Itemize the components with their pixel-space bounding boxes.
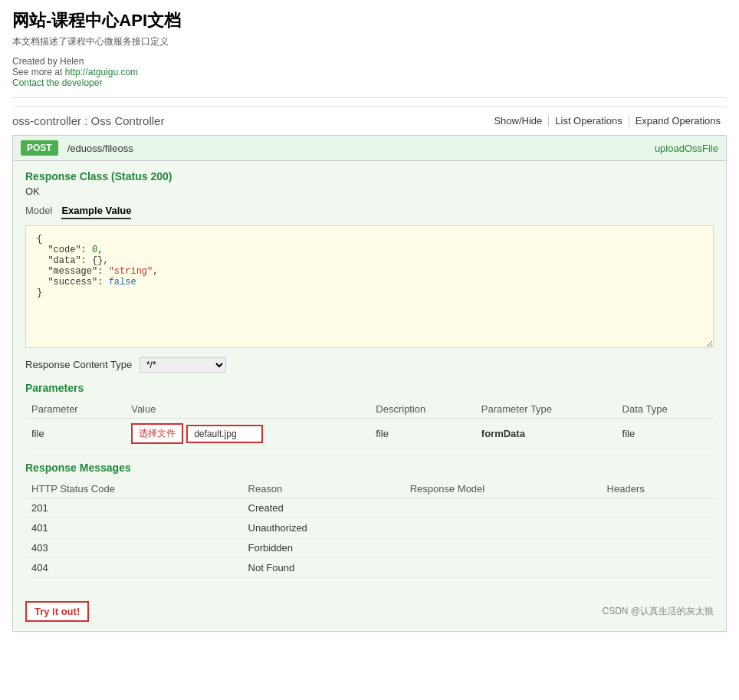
headers-404 (601, 558, 714, 578)
status-401: 401 (25, 518, 242, 538)
status-201: 201 (25, 498, 242, 518)
controller-id: oss-controller (12, 114, 81, 127)
response-class-title: Response Class (Status 200) (25, 170, 714, 182)
param-row-file: file 选择文件 default.jpg file formData file (25, 419, 714, 449)
model-tabs: Model Example Value (25, 205, 714, 219)
method-badge: POST (21, 140, 58, 156)
operation-block: POST /eduoss/fileoss uploadOssFile Respo… (12, 135, 727, 632)
param-parameter-type: formData (475, 419, 616, 449)
response-messages-title: Response Messages (25, 462, 714, 474)
created-by: Created by Helen (12, 56, 727, 67)
atguigu-link[interactable]: http://atguigu.com (65, 67, 138, 77)
resp-col-status: HTTP Status Code (25, 480, 242, 498)
headers-403 (601, 538, 714, 558)
model-404 (404, 558, 601, 578)
param-description: file (370, 419, 475, 449)
divider (12, 97, 727, 98)
parameters-title: Parameters (25, 382, 714, 394)
model-tab[interactable]: Model (25, 205, 52, 219)
param-value-cell: 选择文件 default.jpg (125, 419, 370, 449)
resp-row-401: 401 Unauthorized (25, 518, 714, 538)
param-col-parameter: Parameter (25, 400, 125, 419)
endpoint-path: /eduoss/fileoss (67, 143, 655, 154)
resp-row-201: 201 Created (25, 498, 714, 518)
resp-col-reason: Reason (242, 480, 404, 498)
param-name: file (25, 419, 125, 449)
see-more: See more at http://atguigu.com (12, 67, 727, 77)
model-401 (404, 518, 601, 538)
example-value-tab[interactable]: Example Value (61, 205, 131, 219)
operation-body: Response Class (Status 200) OK Model Exa… (13, 161, 726, 631)
content-type-select[interactable]: */* application/json text/plain (140, 357, 226, 373)
controller-header: oss-controller : Oss Controller Show/Hid… (12, 106, 727, 135)
response-table: HTTP Status Code Reason Response Model H… (25, 480, 714, 578)
choose-file-button[interactable]: 选择文件 (131, 423, 183, 444)
resp-col-headers: Headers (601, 480, 714, 498)
params-table: Parameter Value Description Parameter Ty… (25, 400, 714, 449)
status-404: 404 (25, 558, 242, 578)
page-container: 网站-课程中心API文档 本文档描述了课程中心微服务接口定义 Created b… (0, 0, 739, 641)
param-col-type: Parameter Type (475, 400, 616, 419)
reason-201: Created (242, 498, 404, 518)
try-it-out-section: Try it out! CSDN @认真生活的灰太狼 (25, 593, 714, 622)
page-subtitle: 本文档描述了课程中心微服务接口定义 (12, 35, 727, 48)
contact-link[interactable]: Contact the developer (12, 77, 102, 88)
operation-header: POST /eduoss/fileoss uploadOssFile (13, 136, 726, 161)
controller-name: Oss Controller (91, 114, 165, 127)
controller-title: oss-controller : Oss Controller (12, 114, 164, 127)
status-403: 403 (25, 538, 242, 558)
operation-summary: uploadOssFile (655, 143, 718, 154)
controller-separator: : (84, 114, 90, 127)
reason-404: Not Found (242, 558, 404, 578)
reason-401: Unauthorized (242, 518, 404, 538)
show-hide-link[interactable]: Show/Hide (488, 115, 549, 127)
headers-201 (601, 498, 714, 518)
model-403 (404, 538, 601, 558)
param-col-value: Value (125, 400, 370, 419)
model-201 (404, 498, 601, 518)
try-it-out-button[interactable]: Try it out! (25, 601, 89, 622)
resp-col-model: Response Model (404, 480, 601, 498)
param-data-type: file (616, 419, 714, 449)
meta-section: Created by Helen See more at http://atgu… (12, 56, 727, 88)
list-operations-link[interactable]: List Operations (549, 115, 629, 127)
file-name-display: default.jpg (186, 425, 263, 443)
page-title: 网站-课程中心API文档 (12, 9, 727, 32)
response-content-type: Response Content Type */* application/js… (25, 357, 714, 373)
reason-403: Forbidden (242, 538, 404, 558)
headers-401 (601, 518, 714, 538)
param-col-description: Description (370, 400, 475, 419)
file-input-container: 选择文件 default.jpg (131, 423, 363, 444)
code-block: { "code": 0, "data": {}, "message": "str… (25, 225, 714, 348)
controller-actions: Show/Hide List Operations Expand Operati… (488, 115, 727, 127)
watermark: CSDN @认真生活的灰太狼 (602, 605, 714, 618)
expand-operations-link[interactable]: Expand Operations (629, 115, 727, 127)
response-ok: OK (25, 186, 714, 197)
param-col-data-type: Data Type (616, 400, 714, 419)
resp-row-403: 403 Forbidden (25, 538, 714, 558)
resp-row-404: 404 Not Found (25, 558, 714, 578)
